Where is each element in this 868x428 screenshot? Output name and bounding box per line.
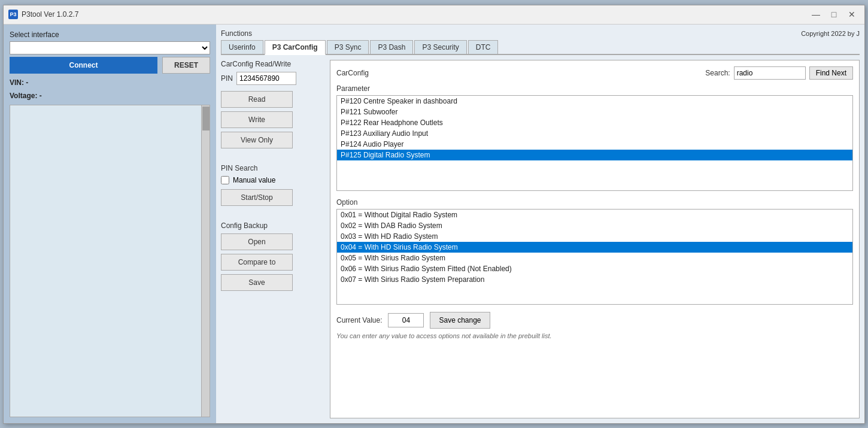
current-value-input[interactable] xyxy=(388,313,424,327)
voltage-label: Voltage: xyxy=(10,92,37,100)
open-button[interactable]: Open xyxy=(221,233,293,250)
current-value-label: Current Value: xyxy=(336,316,382,324)
pin-search-section: PIN Search Manual value Start/Stop xyxy=(221,164,323,210)
carconfig-panel-header: CarConfig Search: Find Next xyxy=(336,66,853,84)
window-title: P3tool Ver 1.0.2.7 xyxy=(22,10,808,19)
read-button[interactable]: Read xyxy=(221,91,293,108)
functions-header: Functions Copyright 2022 by J xyxy=(221,29,860,38)
connect-reset-row: Connect RESET xyxy=(10,57,210,74)
option-item-0x02[interactable]: 0x02 = With DAB Radio System xyxy=(337,220,852,231)
maximize-button[interactable]: □ xyxy=(826,8,842,20)
voltage-value: - xyxy=(40,92,42,100)
option-item-0x01[interactable]: 0x01 = Without Digital Radio System xyxy=(337,210,852,220)
config-left: CarConfig Read/Write PIN Read Write View… xyxy=(221,60,323,418)
pin-search-title: PIN Search xyxy=(221,164,323,172)
left-panel: Select interface Connect RESET VIN: - Vo… xyxy=(4,25,216,423)
interface-select[interactable] xyxy=(10,41,210,54)
reset-button[interactable]: RESET xyxy=(162,57,210,74)
right-panel: Functions Copyright 2022 by J Userinfo P… xyxy=(216,25,864,423)
parameter-list[interactable]: P#120 Centre Speaker in dashboard P#121 … xyxy=(336,95,853,191)
pin-label: PIN xyxy=(221,74,233,83)
vin-value: - xyxy=(26,78,28,87)
tab-dtc[interactable]: DTC xyxy=(468,40,499,54)
option-header: Option xyxy=(336,198,853,207)
select-interface-label: Select interface xyxy=(10,31,210,39)
manual-value-row: Manual value xyxy=(221,176,323,184)
option-list[interactable]: 0x01 = Without Digital Radio System 0x02… xyxy=(336,209,853,305)
tab-p3dash[interactable]: P3 Dash xyxy=(370,40,413,54)
content-area: Select interface Connect RESET VIN: - Vo… xyxy=(4,25,864,423)
find-next-button[interactable]: Find Next xyxy=(809,66,853,80)
pin-row: PIN xyxy=(221,72,323,85)
main-window: P3 P3tool Ver 1.0.2.7 — □ ✕ Select inter… xyxy=(3,5,865,424)
connect-button[interactable]: Connect xyxy=(10,57,157,74)
config-backup-title: Config Backup xyxy=(221,221,323,230)
tabs-bar: Userinfo P3 CarConfig P3 Sync P3 Dash P3… xyxy=(221,40,860,55)
title-bar-controls: — □ ✕ xyxy=(808,8,860,20)
carconfig-rw-title: CarConfig Read/Write xyxy=(221,60,323,68)
tab-p3security[interactable]: P3 Security xyxy=(414,40,466,54)
pin-input[interactable] xyxy=(236,72,296,85)
current-value-row: Current Value: Save change xyxy=(336,312,853,329)
title-bar: P3 P3tool Ver 1.0.2.7 — □ ✕ xyxy=(4,5,864,25)
start-stop-button[interactable]: Start/Stop xyxy=(221,189,293,206)
voltage-row: Voltage: - xyxy=(10,92,210,100)
hint-text: You can enter any value to access option… xyxy=(336,332,853,339)
interface-select-row xyxy=(10,41,210,54)
scrollbar-thumb xyxy=(202,107,210,130)
app-icon: P3 xyxy=(8,10,18,19)
search-row: Search: Find Next xyxy=(705,66,853,80)
interface-section: Select interface Connect RESET xyxy=(10,31,210,74)
save-button[interactable]: Save xyxy=(221,274,293,291)
main-content: CarConfig Read/Write PIN Read Write View… xyxy=(221,60,860,418)
param-item-124[interactable]: P#124 Audio Player xyxy=(337,139,852,150)
parameter-header: Parameter xyxy=(336,84,853,93)
search-label: Search: xyxy=(705,69,730,77)
manual-value-checkbox[interactable] xyxy=(221,176,229,184)
carconfig-panel: CarConfig Search: Find Next Parameter P#… xyxy=(330,60,860,418)
config-backup-section: Config Backup Open Compare to Save xyxy=(221,221,323,295)
option-item-0x04[interactable]: 0x04 = With HD Sirius Radio System xyxy=(337,242,852,253)
log-scrollbar[interactable] xyxy=(201,105,210,417)
vin-row: VIN: - xyxy=(10,78,210,87)
carconfig-read-write-section: CarConfig Read/Write PIN Read Write View… xyxy=(221,60,323,152)
tab-userinfo[interactable]: Userinfo xyxy=(221,40,263,54)
option-item-0x03[interactable]: 0x03 = With HD Radio System xyxy=(337,231,852,242)
copyright-label: Copyright 2022 by J xyxy=(801,30,860,37)
param-item-122[interactable]: P#122 Rear Headphone Outlets xyxy=(337,117,852,128)
log-area xyxy=(10,105,210,417)
write-button[interactable]: Write xyxy=(221,111,293,128)
param-item-125[interactable]: P#125 Digital Radio System xyxy=(337,150,852,160)
compare-to-button[interactable]: Compare to xyxy=(221,254,293,271)
param-item-120[interactable]: P#120 Centre Speaker in dashboard xyxy=(337,96,852,107)
tab-p3sync[interactable]: P3 Sync xyxy=(327,40,369,54)
param-item-123[interactable]: P#123 Auxiliary Audio Input xyxy=(337,128,852,139)
manual-value-label: Manual value xyxy=(233,176,275,184)
vin-label: VIN: xyxy=(10,78,24,87)
param-item-121[interactable]: P#121 Subwoofer xyxy=(337,107,852,117)
functions-label: Functions xyxy=(221,29,252,38)
option-item-0x05[interactable]: 0x05 = With Sirius Radio System xyxy=(337,253,852,263)
tab-p3carconfig[interactable]: P3 CarConfig xyxy=(265,40,326,55)
view-only-button[interactable]: View Only xyxy=(221,132,293,148)
carconfig-title: CarConfig xyxy=(336,69,369,77)
option-item-0x07[interactable]: 0x07 = With Sirius Radio System Preparat… xyxy=(337,274,852,285)
option-item-0x06[interactable]: 0x06 = With Sirius Radio System Fitted (… xyxy=(337,263,852,274)
search-input[interactable] xyxy=(734,66,806,80)
close-button[interactable]: ✕ xyxy=(844,8,860,20)
minimize-button[interactable]: — xyxy=(808,8,824,20)
save-change-button[interactable]: Save change xyxy=(430,312,490,329)
